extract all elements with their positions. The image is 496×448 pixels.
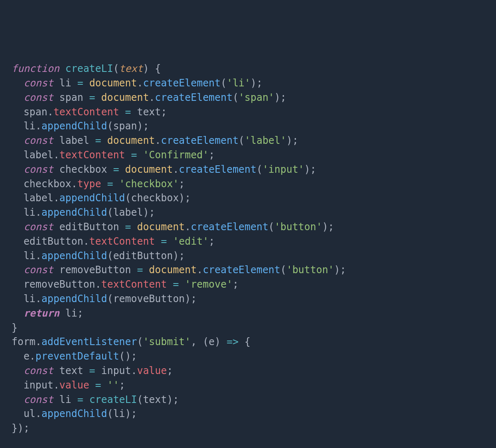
code-line: editButton.textContent = 'edit'; [12,234,496,249]
code-block: function createLI(text) { const li = doc… [12,62,496,436]
code-line: removeButton.textContent = 'remove'; [12,277,496,292]
code-line: } [12,321,496,335]
code-line: li.appendChild(span); [12,119,496,133]
code-line: e.preventDefault(); [12,349,496,364]
code-line: const checkbox = document.createElement(… [12,162,496,177]
code-line: span.textContent = text; [12,105,496,119]
code-line: const span = document.createElement('spa… [12,91,496,105]
code-line: const editButton = document.createElemen… [12,220,496,234]
code-line: ul.appendChild(li); [12,407,496,421]
code-line: li.appendChild(label); [12,205,496,220]
code-line: form.addEventListener('submit', (e) => { [12,335,496,349]
code-line: label.appendChild(checkbox); [12,191,496,205]
code-line: label.textContent = 'Confirmed'; [12,148,496,162]
code-line: return li; [12,306,496,321]
code-line: const label = document.createElement('la… [12,133,496,148]
code-line: li.appendChild(editButton); [12,249,496,263]
code-line: checkbox.type = 'checkbox'; [12,177,496,191]
code-line: function createLI(text) { [12,62,496,76]
code-line: li.appendChild(removeButton); [12,292,496,306]
code-line: const removeButton = document.createElem… [12,263,496,277]
code-line: input.value = ''; [12,378,496,393]
code-line: const li = document.createElement('li'); [12,76,496,91]
code-line: const li = createLI(text); [12,393,496,407]
code-line: }); [12,421,496,436]
code-line: const text = input.value; [12,364,496,378]
